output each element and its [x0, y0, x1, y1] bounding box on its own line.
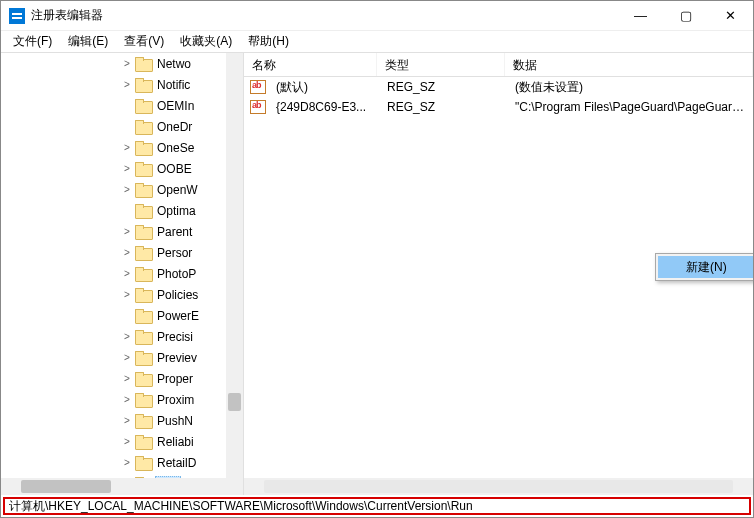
- expander-icon[interactable]: >: [121, 436, 133, 447]
- tree-item[interactable]: >RetailD: [1, 452, 243, 473]
- tree-item[interactable]: >PushN: [1, 410, 243, 431]
- tree-item-label: Previev: [155, 351, 199, 365]
- expander-icon[interactable]: >: [121, 268, 133, 279]
- folder-icon: [135, 141, 151, 154]
- folder-icon: [135, 183, 151, 196]
- tree-scroll-thumb[interactable]: [228, 393, 241, 411]
- tree-hscroll[interactable]: [1, 478, 244, 495]
- close-button[interactable]: ✕: [708, 1, 753, 30]
- menu-favorites[interactable]: 收藏夹(A): [172, 31, 240, 52]
- tree-item[interactable]: >OneSe: [1, 137, 243, 158]
- tree-pane[interactable]: >Netwo>NotificOEMInOneDr>OneSe>OOBE>Open…: [1, 53, 244, 479]
- tree-item-label: Persor: [155, 246, 194, 260]
- expander-icon[interactable]: >: [121, 373, 133, 384]
- context-menu-new[interactable]: 新建(N) ▶: [658, 256, 753, 278]
- tree-item-label: RetailD: [155, 456, 198, 470]
- expander-icon[interactable]: >: [121, 457, 133, 468]
- tree-item[interactable]: >OOBE: [1, 158, 243, 179]
- menu-help[interactable]: 帮助(H): [240, 31, 297, 52]
- list-hscroll-thumb[interactable]: [264, 480, 733, 493]
- folder-icon: [135, 330, 151, 343]
- folder-icon: [135, 393, 151, 406]
- tree-item-label: Reliabi: [155, 435, 196, 449]
- tree-item-label: OpenW: [155, 183, 200, 197]
- tree-item[interactable]: >Reliabi: [1, 431, 243, 452]
- status-bar: 计算机\HKEY_LOCAL_MACHINE\SOFTWARE\Microsof…: [3, 497, 751, 515]
- folder-icon: [135, 372, 151, 385]
- expander-icon[interactable]: >: [121, 415, 133, 426]
- tree-item-label: Proxim: [155, 393, 196, 407]
- horizontal-scroll-area: [1, 478, 753, 495]
- list-row[interactable]: {249D8C69-E3...REG_SZ"C:\Program Files\P…: [244, 97, 753, 117]
- expander-icon[interactable]: >: [121, 58, 133, 69]
- tree-item[interactable]: >Persor: [1, 242, 243, 263]
- col-data[interactable]: 数据: [505, 53, 753, 76]
- folder-icon: [135, 99, 151, 112]
- expander-icon[interactable]: >: [121, 352, 133, 363]
- menu-file[interactable]: 文件(F): [5, 31, 60, 52]
- context-menu-new-label: 新建(N): [686, 259, 727, 276]
- tree-item[interactable]: >Parent: [1, 221, 243, 242]
- tree-item-label: Parent: [155, 225, 194, 239]
- folder-icon: [135, 204, 151, 217]
- minimize-button[interactable]: —: [618, 1, 663, 30]
- expander-icon[interactable]: >: [121, 394, 133, 405]
- window-title: 注册表编辑器: [31, 7, 618, 24]
- tree-item-label: Proper: [155, 372, 195, 386]
- menu-view[interactable]: 查看(V): [116, 31, 172, 52]
- string-value-icon: [250, 80, 266, 94]
- folder-icon: [135, 162, 151, 175]
- expander-icon[interactable]: >: [121, 184, 133, 195]
- tree-item-label: OEMIn: [155, 99, 196, 113]
- expander-icon[interactable]: >: [121, 142, 133, 153]
- tree-item-label: Optima: [155, 204, 198, 218]
- tree-item[interactable]: >Netwo: [1, 53, 243, 74]
- tree-item-label: Policies: [155, 288, 200, 302]
- tree-item-label: OneDr: [155, 120, 194, 134]
- folder-icon: [135, 351, 151, 364]
- tree-item[interactable]: Optima: [1, 200, 243, 221]
- tree-item[interactable]: PowerE: [1, 305, 243, 326]
- window-controls: — ▢ ✕: [618, 1, 753, 30]
- cell-type: REG_SZ: [381, 80, 509, 94]
- cell-type: REG_SZ: [381, 100, 509, 114]
- tree-item[interactable]: >Previev: [1, 347, 243, 368]
- folder-icon: [135, 267, 151, 280]
- string-value-icon: [250, 100, 266, 114]
- context-menu: 新建(N) ▶: [655, 253, 753, 281]
- tree-item[interactable]: OneDr: [1, 116, 243, 137]
- expander-icon[interactable]: >: [121, 247, 133, 258]
- list-pane[interactable]: 名称 类型 数据 (默认)REG_SZ(数值未设置){249D8C69-E3..…: [244, 53, 753, 479]
- tree-item[interactable]: >OpenW: [1, 179, 243, 200]
- tree-item[interactable]: >Proper: [1, 368, 243, 389]
- tree-item[interactable]: >Notific: [1, 74, 243, 95]
- list-header: 名称 类型 数据: [244, 53, 753, 77]
- tree-item[interactable]: >PhotoP: [1, 263, 243, 284]
- list-row[interactable]: (默认)REG_SZ(数值未设置): [244, 77, 753, 97]
- cell-name: (默认): [270, 79, 381, 96]
- list-hscroll[interactable]: [244, 478, 753, 495]
- expander-icon[interactable]: >: [121, 163, 133, 174]
- expander-icon[interactable]: >: [121, 289, 133, 300]
- maximize-button[interactable]: ▢: [663, 1, 708, 30]
- regedit-icon: [9, 8, 25, 24]
- tree-item[interactable]: >Precisi: [1, 326, 243, 347]
- tree-item-label: Notific: [155, 78, 192, 92]
- tree-item-label: Netwo: [155, 57, 193, 71]
- folder-icon: [135, 309, 151, 322]
- menu-edit[interactable]: 编辑(E): [60, 31, 116, 52]
- expander-icon[interactable]: >: [121, 79, 133, 90]
- tree-item[interactable]: OEMIn: [1, 95, 243, 116]
- tree-hscroll-thumb[interactable]: [21, 480, 111, 493]
- folder-icon: [135, 78, 151, 91]
- tree-item[interactable]: >Policies: [1, 284, 243, 305]
- cell-name: {249D8C69-E3...: [270, 100, 381, 114]
- tree-item-label: OOBE: [155, 162, 194, 176]
- expander-icon[interactable]: >: [121, 226, 133, 237]
- tree-scrollbar[interactable]: [226, 53, 243, 479]
- col-name[interactable]: 名称: [244, 53, 377, 76]
- tree-item[interactable]: >Proxim: [1, 389, 243, 410]
- folder-icon: [135, 414, 151, 427]
- col-type[interactable]: 类型: [377, 53, 505, 76]
- expander-icon[interactable]: >: [121, 331, 133, 342]
